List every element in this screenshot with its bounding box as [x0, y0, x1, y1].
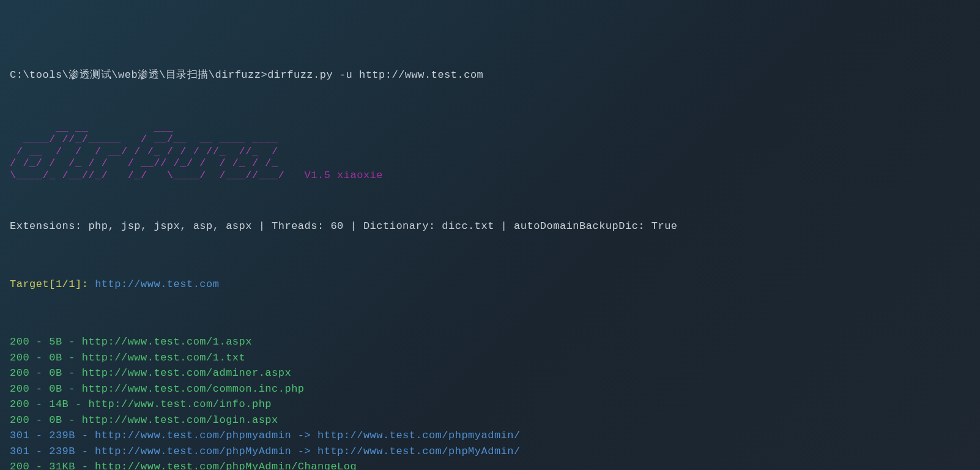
- ascii-banner: __ __ ___ ____/ //_/_____ / __/__ __ ___…: [10, 122, 970, 182]
- result-row: 200 - 0B - http://www.test.com/login.asp…: [10, 412, 970, 428]
- result-text: 200 - 0B - http://www.test.com/adminer.a…: [10, 367, 291, 379]
- target-url: http://www.test.com: [95, 278, 219, 290]
- result-text: 200 - 0B - http://www.test.com/login.asp…: [10, 414, 278, 426]
- result-row: 200 - 0B - http://www.test.com/1.txt: [10, 350, 970, 366]
- ascii-line-4: \____/_ /__//_/ /_/ \____/ /___//___/: [10, 170, 284, 181]
- ascii-line-3: / /_/ / /_ / / / __// /_/ / / /_ / /_: [10, 157, 278, 169]
- result-text: 200 - 0B - http://www.test.com/1.txt: [10, 352, 245, 364]
- target-label: Target[1/1]:: [10, 278, 95, 290]
- result-text: 200 - 31KB - http://www.test.com/phpMyAd…: [10, 461, 357, 470]
- ascii-line-0: __ __ ___: [10, 122, 174, 133]
- ascii-line-1: ____/ //_/_____ / __/__ __ ____ ____: [10, 133, 278, 145]
- result-row: 200 - 0B - http://www.test.com/common.in…: [10, 381, 970, 397]
- result-text: 301 - 239B - http://www.test.com/phpMyAd…: [10, 446, 521, 457]
- ascii-line-2: / __ / / / __/ / /_ / / / //_ //_ /: [10, 146, 278, 157]
- version-text: V1.5 xiaoxie: [305, 170, 383, 181]
- result-row: 200 - 0B - http://www.test.com/adminer.a…: [10, 365, 970, 381]
- config-info: Extensions: php, jsp, jspx, asp, aspx | …: [10, 218, 970, 234]
- command-prompt: C:\tools\渗透测试\web渗透\目录扫描\dirfuzz>dirfuzz…: [10, 67, 970, 83]
- results-list: 200 - 5B - http://www.test.com/1.aspx200…: [10, 334, 970, 470]
- result-row: 301 - 239B - http://www.test.com/phpmyad…: [10, 428, 970, 444]
- result-text: 200 - 5B - http://www.test.com/1.aspx: [10, 336, 252, 348]
- result-text: 200 - 14B - http://www.test.com/info.php: [10, 398, 272, 410]
- target-line: Target[1/1]: http://www.test.com: [10, 277, 970, 293]
- result-text: 200 - 0B - http://www.test.com/common.in…: [10, 383, 305, 395]
- result-row: 200 - 31KB - http://www.test.com/phpMyAd…: [10, 459, 970, 470]
- result-row: 200 - 5B - http://www.test.com/1.aspx: [10, 334, 970, 350]
- result-row: 200 - 14B - http://www.test.com/info.php: [10, 397, 970, 412]
- result-text: 301 - 239B - http://www.test.com/phpmyad…: [10, 430, 521, 441]
- result-row: 301 - 239B - http://www.test.com/phpMyAd…: [10, 444, 970, 460]
